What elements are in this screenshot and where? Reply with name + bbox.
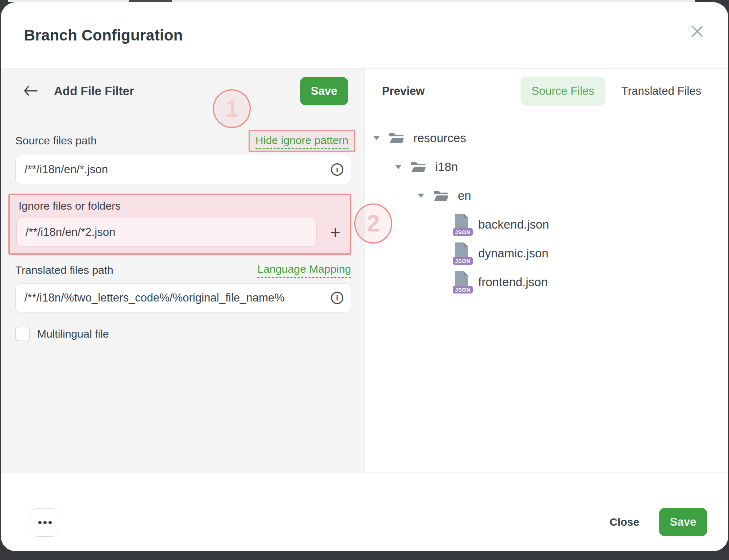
hide-ignore-pattern-highlight: Hide ignore pattern	[249, 130, 355, 152]
json-file-icon: JSON	[453, 214, 469, 236]
preview-header: Preview Source Files Translated Files	[364, 69, 728, 114]
folder-icon	[410, 160, 426, 174]
chevron-down-icon[interactable]	[395, 165, 402, 169]
json-file-icon: JSON	[453, 242, 469, 264]
translated-files-path-value: /**/i18n/%two_letters_code%/%original_fi…	[24, 291, 327, 304]
translated-files-path-label: Translated files path	[15, 264, 113, 276]
source-files-path-input[interactable]: /**/i18n/en/*.json i	[15, 155, 351, 184]
chevron-down-icon[interactable]	[418, 194, 424, 198]
annotation-step-2: 2	[354, 203, 392, 244]
folder-icon	[389, 132, 405, 145]
more-options-icon	[38, 521, 42, 524]
tree-item-folder-i18n[interactable]: i18n	[364, 152, 728, 181]
tree-item-file-dynamic[interactable]: JSON dynamic.json	[364, 239, 728, 268]
language-mapping-link[interactable]: Language Mapping	[257, 263, 351, 278]
annotation-step-1: 1	[213, 89, 251, 128]
file-tree: resources i18n en	[364, 114, 728, 296]
ignore-files-label: Ignore files or folders	[19, 199, 342, 213]
close-button-footer[interactable]: Close	[609, 516, 639, 528]
tree-item-label: dynamic.json	[478, 246, 549, 260]
tab-translated-files[interactable]: Translated Files	[621, 85, 701, 98]
tree-item-file-frontend[interactable]: JSON frontend.json	[364, 268, 728, 296]
filter-save-button[interactable]: Save	[300, 77, 348, 105]
multilingual-checkbox[interactable]	[15, 327, 30, 341]
source-files-path-value: /**/i18n/en/*.json	[24, 163, 327, 176]
tree-item-folder-en[interactable]: en	[364, 181, 728, 210]
arrow-left-icon	[23, 85, 38, 97]
json-badge: JSON	[453, 286, 473, 293]
ignore-pattern-highlight: Ignore files or folders /**/i18n/en/*2.j…	[8, 194, 351, 255]
tree-item-folder-resources[interactable]: resources	[364, 124, 728, 152]
modal-header: Branch Configuration	[1, 2, 728, 69]
info-icon[interactable]: i	[331, 163, 343, 176]
back-button[interactable]	[23, 85, 38, 97]
file-filter-panel: Add File Filter Save Source files path H…	[1, 69, 364, 472]
source-files-path-label: Source files path	[15, 135, 97, 147]
preview-tabs: Source Files Translated Files	[521, 77, 701, 106]
modal-footer: Close Save	[1, 472, 728, 551]
close-button[interactable]	[689, 23, 706, 40]
chevron-down-icon[interactable]	[373, 136, 380, 140]
json-file-icon: JSON	[453, 271, 469, 293]
info-icon[interactable]: i	[331, 292, 343, 304]
translated-files-path-input[interactable]: /**/i18n/%two_letters_code%/%original_fi…	[15, 283, 351, 312]
folder-icon	[433, 189, 449, 202]
save-button[interactable]: Save	[659, 508, 707, 536]
tab-source-files[interactable]: Source Files	[521, 77, 605, 106]
branch-configuration-modal: Branch Configuration Add File Filter Sav…	[1, 2, 728, 551]
tree-item-label: resources	[413, 131, 466, 145]
preview-title: Preview	[382, 85, 425, 98]
filter-heading: Add File Filter	[54, 84, 134, 98]
hide-ignore-pattern-link[interactable]: Hide ignore pattern	[256, 134, 348, 149]
filter-form: Source files path Hide ignore pattern /*…	[1, 129, 364, 342]
preview-panel: Preview Source Files Translated Files re…	[364, 69, 728, 472]
add-ignore-pattern-button[interactable]: +	[325, 222, 346, 242]
json-badge: JSON	[453, 257, 473, 265]
ignore-pattern-value: /**/i18n/en/*2.json	[26, 226, 309, 239]
modal-content: Add File Filter Save Source files path H…	[1, 69, 728, 472]
tree-item-label: i18n	[435, 160, 458, 174]
ignore-pattern-input[interactable]: /**/i18n/en/*2.json	[16, 218, 317, 247]
tree-item-label: frontend.json	[478, 275, 548, 289]
json-badge: JSON	[453, 228, 473, 236]
modal-title: Branch Configuration	[24, 27, 183, 44]
tree-item-label: en	[458, 189, 471, 203]
tree-item-file-backend[interactable]: JSON backend.json	[364, 210, 728, 239]
multilingual-label: Multilingual file	[37, 328, 109, 340]
more-options-button[interactable]	[31, 508, 59, 537]
tree-item-label: backend.json	[478, 218, 549, 232]
close-icon	[691, 25, 703, 39]
filter-subheader: Add File Filter Save	[1, 69, 364, 114]
